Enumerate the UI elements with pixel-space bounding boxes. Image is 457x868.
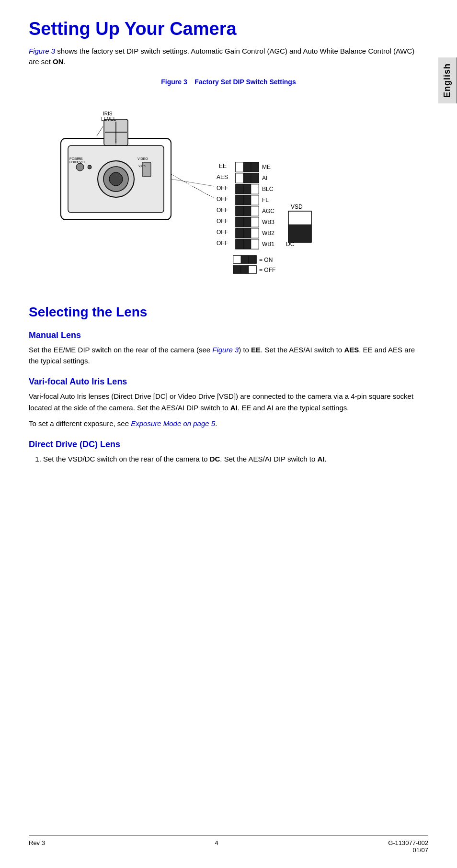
manual-lens-title: Manual Lens (29, 330, 428, 340)
manual-lens-text3: . Set the AES/AI switch to (261, 346, 344, 354)
svg-rect-57 (251, 228, 259, 238)
svg-text:OFF: OFF (217, 240, 228, 247)
page: English Setting Up Your Camera Figure 3 … (0, 0, 457, 868)
svg-rect-61 (236, 239, 243, 249)
svg-rect-35 (243, 195, 251, 205)
svg-rect-48 (243, 217, 251, 227)
manual-lens-text2: ) to (239, 346, 251, 354)
svg-text:DC: DC (286, 241, 295, 248)
svg-rect-17 (243, 162, 251, 172)
svg-rect-30 (251, 184, 259, 194)
svg-text:VSD: VSD (291, 203, 303, 210)
svg-text:AI: AI (262, 175, 267, 181)
svg-text:OFF: OFF (217, 185, 228, 192)
svg-text:AES: AES (217, 174, 228, 180)
svg-text:IRIS: IRIS (103, 111, 113, 116)
svg-rect-42 (251, 206, 259, 216)
svg-text:WB1: WB1 (262, 241, 274, 248)
svg-rect-74 (249, 266, 256, 273)
selecting-lens-title: Selecting the Lens (29, 304, 428, 320)
svg-point-4 (109, 172, 123, 186)
svg-point-11 (76, 163, 84, 171)
svg-rect-18 (251, 162, 259, 172)
item1-bold2: AI (318, 455, 325, 463)
svg-rect-55 (236, 228, 243, 238)
manual-lens-text: Set the EE/ME DIP switch on the rear of … (29, 344, 422, 367)
page-title: Setting Up Your Camera (29, 19, 428, 39)
svg-text:AGC: AGC (262, 208, 274, 214)
svg-text:= ON: = ON (259, 257, 273, 263)
svg-line-78 (97, 126, 103, 136)
varifocal-bold1: AI (230, 404, 238, 412)
svg-rect-16 (236, 162, 243, 172)
svg-rect-22 (236, 173, 243, 183)
svg-rect-69 (249, 256, 256, 263)
manual-lens-text1: Set the EE/ME DIP switch on the rear of … (29, 346, 212, 354)
svg-rect-29 (243, 184, 251, 194)
svg-text:OFF: OFF (217, 218, 228, 225)
svg-point-12 (88, 165, 91, 169)
svg-text:LEVEL: LEVEL (75, 160, 86, 164)
svg-rect-40 (236, 206, 243, 216)
diagram-svg: IRIS LEVEL EE ME AES AI OFF (32, 90, 406, 292)
intro-text-after: shows the factory set DIP switch setting… (29, 47, 414, 66)
intro-paragraph: Figure 3 shows the factory set DIP switc… (29, 46, 422, 68)
figure3-link-manual[interactable]: Figure 3 (212, 346, 239, 354)
varifocal-text2: To set a different exposure, see Exposur… (29, 418, 422, 429)
footer-right-line1: G-113077-002 (388, 839, 428, 846)
intro-bold-on: ON (53, 57, 64, 66)
svg-rect-24 (251, 173, 259, 183)
svg-rect-73 (241, 266, 249, 273)
svg-rect-23 (243, 173, 251, 183)
manual-lens-bold2: AES (344, 346, 359, 354)
manual-lens-bold1: EE (251, 346, 261, 354)
item1-bold1: DC (210, 455, 220, 463)
svg-rect-41 (243, 206, 251, 216)
item1-text3: . (325, 455, 327, 463)
svg-text:= OFF: = OFF (259, 267, 275, 273)
direct-drive-title: Direct Drive (DC) Lens (29, 440, 428, 450)
svg-rect-49 (251, 217, 259, 227)
svg-text:OFF: OFF (217, 196, 228, 203)
exposure-mode-link[interactable]: Exposure Mode on page 5 (131, 419, 215, 428)
svg-rect-68 (241, 256, 249, 263)
svg-text:LEVEL: LEVEL (101, 116, 116, 122)
item1-text: Set the VSD/DC switch on the rear of the… (43, 455, 210, 463)
svg-rect-72 (233, 266, 241, 273)
svg-text:VIDEO: VIDEO (137, 157, 148, 160)
varifocal-text1: Vari-focal Auto Iris lenses (Direct Driv… (29, 391, 422, 413)
footer-right-line2: 01/07 (388, 846, 428, 854)
svg-line-76 (171, 174, 214, 198)
svg-text:BLC: BLC (262, 186, 274, 192)
svg-rect-67 (233, 256, 241, 263)
list-item: Set the VSD/DC switch on the rear of the… (43, 453, 422, 464)
varifocal-title: Vari-focal Auto Iris Lens (29, 377, 428, 387)
svg-rect-47 (236, 217, 243, 227)
svg-text:V,Ph: V,Ph (138, 164, 146, 168)
svg-rect-56 (243, 228, 251, 238)
svg-text:IRIS: IRIS (76, 157, 83, 160)
footer-center: 4 (215, 839, 218, 846)
item1-text2: . Set the AES/AI DIP switch to (220, 455, 317, 463)
svg-rect-62 (243, 239, 251, 249)
varifocal-text1-content: Vari-focal Auto Iris lenses (Direct Driv… (29, 392, 413, 411)
direct-drive-list: Set the VSD/DC switch on the rear of the… (43, 453, 428, 464)
svg-line-77 (171, 179, 214, 186)
svg-text:FL: FL (262, 197, 269, 203)
figure3-link-intro[interactable]: Figure 3 (29, 47, 55, 55)
svg-text:WB2: WB2 (262, 230, 274, 237)
figure3-diagram: IRIS LEVEL EE ME AES AI OFF (32, 90, 425, 293)
svg-rect-34 (236, 195, 243, 205)
svg-rect-28 (236, 184, 243, 194)
figure3-caption-label: Figure 3 (161, 78, 187, 86)
svg-text:WB3: WB3 (262, 219, 274, 225)
footer-right: G-113077-002 01/07 (388, 839, 428, 854)
figure3-caption-title: Factory Set DIP Switch Settings (194, 78, 296, 86)
varifocal-text3: To set a different exposure, see (29, 419, 131, 428)
svg-text:OFF: OFF (217, 229, 228, 236)
english-tab: English (438, 57, 457, 103)
svg-rect-52 (288, 225, 311, 242)
svg-text:OFF: OFF (217, 207, 228, 214)
page-footer: Rev 3 4 G-113077-002 01/07 (29, 835, 428, 854)
varifocal-text4: . (215, 419, 217, 428)
